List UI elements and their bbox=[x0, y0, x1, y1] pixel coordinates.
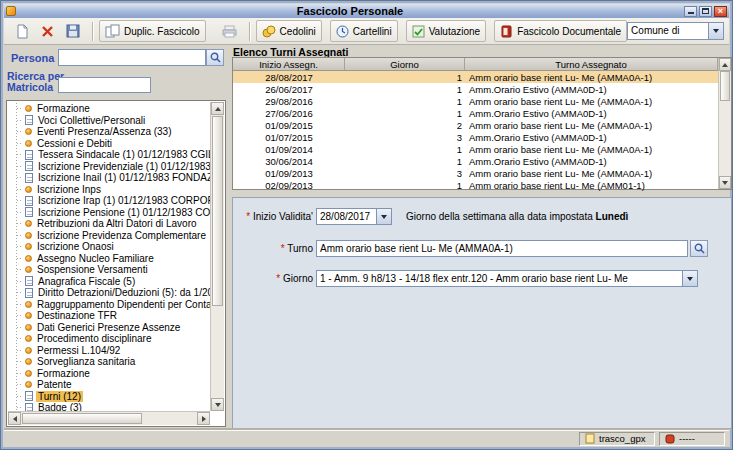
fascicolo-tree-panel: FormazioneVoci Collettive/PersonaliEvent… bbox=[6, 100, 226, 427]
comune-combobox[interactable]: Comune di bbox=[627, 22, 724, 40]
table-row[interactable]: 28/08/20171Amm orario base rient Lu- Me … bbox=[233, 71, 718, 83]
tree-item[interactable]: Iscrizione Previdenza Complementare bbox=[8, 230, 210, 242]
print-button[interactable] bbox=[216, 20, 243, 42]
table-row[interactable]: 01/09/20141Amm orario base rient Lu- Me … bbox=[233, 143, 718, 155]
tree-item-label: Iscrizione Previdenza Complementare bbox=[35, 230, 208, 241]
cell-giorno: 3 bbox=[345, 168, 465, 179]
document-icon bbox=[25, 150, 33, 160]
tree-item[interactable]: Iscrizione Irap (1) 01/12/1983 CORPORATI… bbox=[8, 195, 210, 207]
scroll-up-button[interactable] bbox=[211, 102, 224, 115]
table-row[interactable]: 30/06/20141Amm.Orario Estivo (AMMA0D-1) bbox=[233, 155, 718, 167]
table-vertical-scrollbar[interactable] bbox=[718, 58, 731, 189]
status-item-trasco: trasco_gpx bbox=[579, 432, 655, 446]
duplica-fascicolo-label: Duplic. Fascicolo bbox=[124, 26, 200, 37]
table-row[interactable]: 01/09/20133Amm orario base rient Lu- Me … bbox=[233, 167, 718, 179]
tree-item[interactable]: Patente bbox=[8, 379, 210, 391]
save-button[interactable] bbox=[60, 20, 86, 42]
tree-item[interactable]: Iscrizione Previdenziale (1) 01/12/1983 … bbox=[8, 161, 210, 173]
table-row[interactable]: 02/09/20131Amm orario base rient Lu- Me … bbox=[233, 179, 718, 191]
turno-input-field[interactable] bbox=[317, 241, 687, 256]
tree-item-label: Iscrizione Inps bbox=[35, 184, 103, 195]
tree-connector bbox=[17, 212, 23, 213]
tree-item[interactable]: Formazione bbox=[8, 368, 210, 380]
column-header-inizio[interactable]: Inizio Assegn. bbox=[233, 58, 345, 70]
tree-connector bbox=[17, 269, 23, 270]
tree-item[interactable]: Formazione bbox=[8, 103, 210, 115]
giorno-select-value: 1 - Amm. 9 h8/13 - 14/18 flex entr.120 -… bbox=[317, 271, 682, 286]
table-row[interactable]: 01/09/20152Amm orario base rient Lu- Me … bbox=[233, 119, 718, 131]
cartellini-button[interactable]: Cartellini bbox=[330, 20, 398, 42]
chevron-down-icon[interactable] bbox=[708, 23, 723, 39]
column-header-turno[interactable]: Turno Assegnato bbox=[465, 58, 718, 70]
tree-item[interactable]: Permessi L.104/92 bbox=[8, 345, 210, 357]
tree-item[interactable]: Destinazione TFR bbox=[8, 310, 210, 322]
persona-search-button[interactable] bbox=[206, 49, 224, 66]
scrollbar-thumb[interactable] bbox=[212, 116, 223, 306]
turno-search-button[interactable] bbox=[690, 240, 708, 257]
required-marker: * bbox=[276, 273, 280, 284]
turno-input[interactable] bbox=[316, 240, 688, 257]
table-row[interactable]: 01/07/20153Amm.Orario Estivo (AMMA0D-1) bbox=[233, 131, 718, 143]
scroll-up-button[interactable] bbox=[719, 58, 731, 71]
scrollbar-thumb[interactable] bbox=[720, 71, 730, 101]
scroll-right-button[interactable] bbox=[197, 412, 210, 425]
duplica-fascicolo-button[interactable]: Duplic. Fascicolo bbox=[99, 20, 206, 42]
inizio-validita-datepicker[interactable]: 28/08/2017 bbox=[316, 208, 392, 225]
scroll-left-button[interactable] bbox=[8, 412, 21, 425]
scrollbar-thumb[interactable] bbox=[22, 413, 142, 424]
valutazione-button[interactable]: Valutazione bbox=[406, 20, 487, 42]
turno-label: * Turno bbox=[233, 243, 313, 254]
maximize-button[interactable] bbox=[699, 6, 712, 17]
fascicolo-personale-window: Fascicolo Personale × Duplic. Fascicolo … bbox=[0, 0, 733, 450]
cell-turno: Amm orario base rient Lu- Me (AMMA0A-1) bbox=[465, 168, 718, 179]
matricola-label: Ricerca per Matricola bbox=[7, 71, 64, 93]
document-icon bbox=[25, 207, 33, 217]
tree-item[interactable]: Assegno Nucleo Familiare bbox=[8, 253, 210, 265]
tree-item[interactable]: Turni (12) bbox=[8, 391, 210, 403]
new-button[interactable] bbox=[9, 20, 35, 42]
tree-item[interactable]: Iscrizione Inps bbox=[8, 184, 210, 196]
chevron-down-icon[interactable] bbox=[376, 209, 391, 224]
scroll-down-button[interactable] bbox=[719, 176, 731, 189]
tree-item[interactable]: Cessioni e Debiti bbox=[8, 138, 210, 150]
tree-item[interactable]: Dati Generici Presenze Assenze bbox=[8, 322, 210, 334]
tree-item[interactable]: Tessera Sindacale (1) 01/12/1983 CGIL bbox=[8, 149, 210, 161]
table-row[interactable]: 27/06/20161Amm.Orario Estivo (AMMA0D-1) bbox=[233, 107, 718, 119]
tree-item[interactable]: Iscrizione Inail (1) 01/12/1983 FONDAZIO… bbox=[8, 172, 210, 184]
tree-item-label: Turni (12) bbox=[36, 391, 83, 402]
tree-item[interactable]: Badge (3) bbox=[8, 402, 210, 411]
table-row[interactable]: 26/06/20171Amm.Orario Estivo (AMMA0D-1) bbox=[233, 83, 718, 95]
tree-horizontal-scrollbar[interactable] bbox=[8, 411, 210, 425]
giorno-select[interactable]: 1 - Amm. 9 h8/13 - 14/18 flex entr.120 -… bbox=[316, 270, 698, 287]
tree-item[interactable]: Procedimento disciplinare bbox=[8, 333, 210, 345]
column-header-giorno[interactable]: Giorno bbox=[345, 58, 465, 70]
tree-item[interactable]: Anagrafica Fiscale (5) bbox=[8, 276, 210, 288]
cell-inizio: 01/09/2014 bbox=[233, 144, 345, 155]
tree-item[interactable]: Voci Collettive/Personali bbox=[8, 115, 210, 127]
tree-item[interactable]: Eventi Presenza/Assenza (33) bbox=[8, 126, 210, 138]
matricola-input[interactable] bbox=[58, 77, 151, 93]
close-button[interactable]: × bbox=[714, 6, 727, 17]
tree-item[interactable]: Sorveglianza sanitaria bbox=[8, 356, 210, 368]
tree-item[interactable]: Iscrizione Pensione (1) 01/12/1983 CORPO… bbox=[8, 207, 210, 219]
maximize-icon bbox=[702, 8, 709, 14]
cedolini-button[interactable]: Cedolini bbox=[256, 20, 322, 42]
document-icon bbox=[25, 196, 33, 206]
minimize-button[interactable] bbox=[684, 6, 697, 17]
tree-vertical-scrollbar[interactable] bbox=[210, 102, 224, 411]
minimize-icon bbox=[688, 12, 694, 14]
fascicolo-documentale-button[interactable]: Fascicolo Documentale bbox=[494, 20, 627, 42]
table-row[interactable]: 29/08/20161Amm orario base rient Lu- Me … bbox=[233, 95, 718, 107]
persona-input[interactable] bbox=[58, 49, 206, 66]
scroll-down-button[interactable] bbox=[211, 398, 224, 411]
tree-item-label: Cessioni e Debiti bbox=[35, 138, 114, 149]
tree-item[interactable]: Sospensione Versamenti bbox=[8, 264, 210, 276]
delete-button[interactable] bbox=[35, 20, 60, 42]
tree-item[interactable]: Raggruppamento Dipendenti per Contabiliz… bbox=[8, 299, 210, 311]
tree-item[interactable]: Iscrizione Onaosi bbox=[8, 241, 210, 253]
print-icon bbox=[222, 25, 237, 38]
cell-turno: Amm orario base rient Lu- Me (AMMA0A-1) bbox=[465, 120, 718, 131]
chevron-down-icon[interactable] bbox=[682, 271, 697, 286]
tree-item[interactable]: Retribuzioni da Altri Datori di Lavoro bbox=[8, 218, 210, 230]
tree-item[interactable]: Diritto Detrazioni/Deduzioni (5): da 1/2… bbox=[8, 287, 210, 299]
